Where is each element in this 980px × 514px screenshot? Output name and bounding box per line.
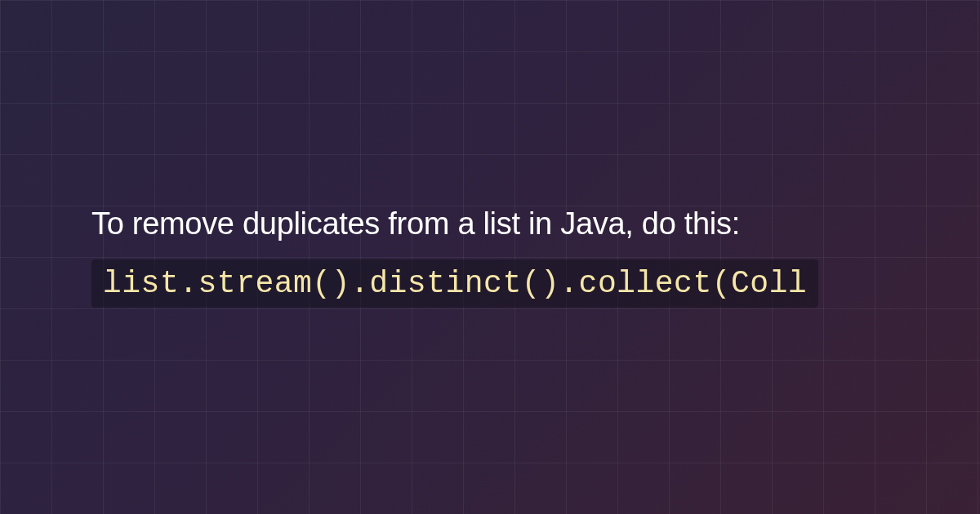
code-block: list.stream().distinct().collect(Coll xyxy=(91,259,818,308)
description-text: To remove duplicates from a list in Java… xyxy=(91,206,980,241)
content-container: To remove duplicates from a list in Java… xyxy=(0,206,980,308)
